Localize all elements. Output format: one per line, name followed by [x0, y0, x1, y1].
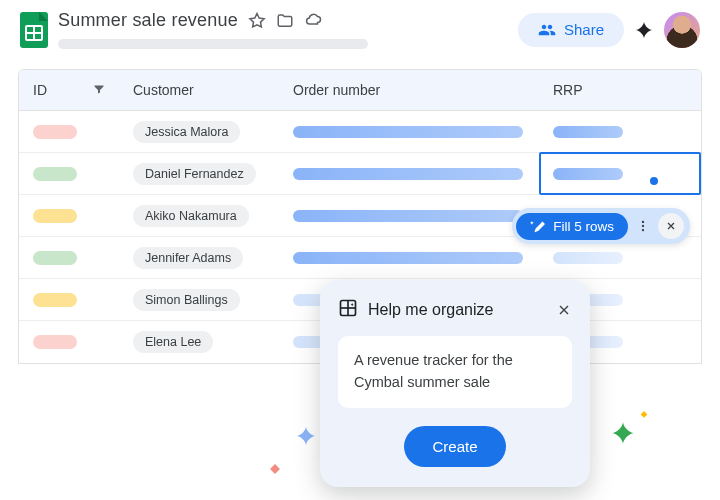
cell-id[interactable]: [19, 195, 119, 236]
hmo-close-icon[interactable]: [556, 302, 572, 318]
table-row: Jessica Malora: [19, 111, 701, 153]
svg-rect-11: [641, 411, 648, 418]
cell-order[interactable]: [279, 195, 539, 236]
cell-id[interactable]: [19, 237, 119, 278]
cell-rrp[interactable]: [539, 153, 701, 194]
fill-rows-label: Fill 5 rows: [553, 219, 614, 234]
cell-customer[interactable]: Jessica Malora: [119, 111, 279, 152]
cell-customer[interactable]: Daniel Fernandez: [119, 153, 279, 194]
decorative-sparkle-icon: [295, 425, 317, 451]
app-header: Summer sale revenue Share: [0, 0, 720, 49]
customer-chip[interactable]: Daniel Fernandez: [133, 163, 256, 185]
title-block: Summer sale revenue: [58, 10, 508, 49]
hmo-create-button[interactable]: Create: [404, 426, 505, 467]
id-status-pill: [33, 167, 77, 181]
cell-customer[interactable]: Simon Ballings: [119, 279, 279, 320]
id-status-pill: [33, 293, 77, 307]
cell-customer[interactable]: Jennifer Adams: [119, 237, 279, 278]
id-status-pill: [33, 209, 77, 223]
order-value-bar: [293, 252, 523, 264]
filter-icon[interactable]: [93, 82, 105, 98]
column-header-order[interactable]: Order number: [279, 70, 539, 110]
id-status-pill: [33, 251, 77, 265]
cell-order[interactable]: [279, 111, 539, 152]
cell-order[interactable]: [279, 237, 539, 278]
order-value-bar: [293, 168, 523, 180]
customer-chip[interactable]: Simon Ballings: [133, 289, 240, 311]
column-label: Order number: [293, 82, 380, 98]
cell-order[interactable]: [279, 153, 539, 194]
help-me-organize-panel: Help me organize A revenue tracker for t…: [320, 280, 590, 487]
table-header-row: ID Customer Order number RRP: [19, 70, 701, 111]
menu-bar-placeholder: [58, 39, 368, 49]
sheets-logo-icon: [20, 12, 48, 48]
decorative-diamond-icon: [270, 460, 280, 478]
column-header-rrp[interactable]: RRP: [539, 70, 701, 110]
cell-id[interactable]: [19, 111, 119, 152]
rrp-value-bar: [553, 126, 623, 138]
fill-chip-more-icon[interactable]: [630, 213, 656, 239]
svg-point-6: [642, 229, 644, 231]
account-avatar[interactable]: [664, 12, 700, 48]
organize-icon: [338, 298, 358, 322]
star-icon[interactable]: [248, 12, 266, 30]
id-status-pill: [33, 125, 77, 139]
customer-chip[interactable]: Jennifer Adams: [133, 247, 243, 269]
rrp-value-bar: [553, 252, 623, 264]
column-header-id[interactable]: ID: [19, 70, 119, 110]
id-status-pill: [33, 335, 77, 349]
svg-point-5: [642, 225, 644, 227]
table-row: Daniel Fernandez: [19, 153, 701, 195]
cell-customer[interactable]: Akiko Nakamura: [119, 195, 279, 236]
autofill-handle-dot[interactable]: [650, 177, 658, 185]
share-button[interactable]: Share: [518, 13, 624, 47]
svg-point-4: [642, 221, 644, 223]
cloud-status-icon[interactable]: [304, 12, 322, 30]
share-button-label: Share: [564, 21, 604, 38]
decorative-diamond-icon: [640, 405, 648, 423]
customer-chip[interactable]: Jessica Malora: [133, 121, 240, 143]
gemini-sparkle-icon[interactable]: [634, 20, 654, 40]
hmo-prompt-input[interactable]: A revenue tracker for the Cymbal summer …: [338, 336, 572, 408]
hmo-title: Help me organize: [368, 301, 493, 319]
column-label: Customer: [133, 82, 194, 98]
svg-rect-10: [270, 464, 280, 474]
cell-id[interactable]: [19, 321, 119, 363]
cell-rrp[interactable]: [539, 111, 701, 152]
column-label: RRP: [553, 82, 583, 98]
customer-chip[interactable]: Elena Lee: [133, 331, 213, 353]
column-header-customer[interactable]: Customer: [119, 70, 279, 110]
fill-rows-button[interactable]: Fill 5 rows: [516, 213, 628, 240]
decorative-sparkle-icon: [610, 420, 636, 450]
document-title[interactable]: Summer sale revenue: [58, 10, 238, 31]
order-value-bar: [293, 210, 523, 222]
rrp-value-bar: [553, 168, 623, 180]
autofill-suggestion-chip: Fill 5 rows: [512, 208, 690, 244]
cell-customer[interactable]: Elena Lee: [119, 321, 279, 363]
customer-chip[interactable]: Akiko Nakamura: [133, 205, 249, 227]
order-value-bar: [293, 126, 523, 138]
cell-id[interactable]: [19, 279, 119, 320]
cell-id[interactable]: [19, 153, 119, 194]
folder-move-icon[interactable]: [276, 12, 294, 30]
column-label: ID: [33, 82, 47, 98]
fill-chip-close-icon[interactable]: [658, 213, 684, 239]
